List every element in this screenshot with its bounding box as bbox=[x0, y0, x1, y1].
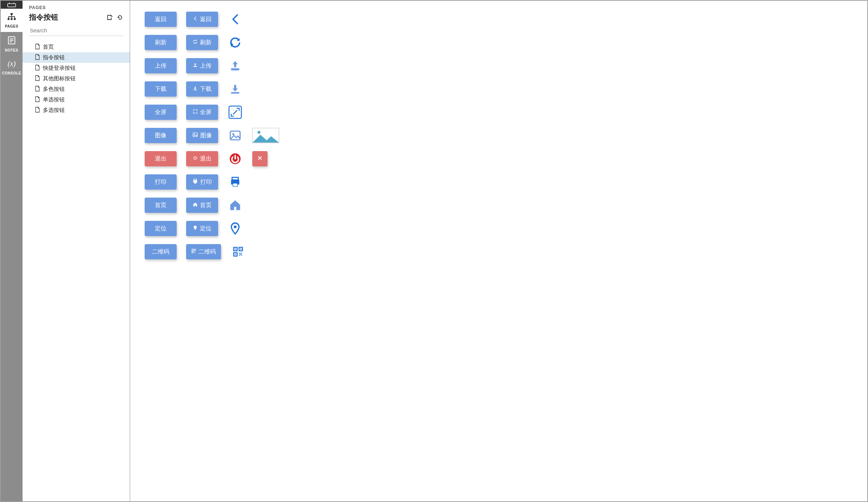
document-icon bbox=[35, 65, 40, 72]
locate-standalone-icon[interactable] bbox=[228, 221, 243, 236]
svg-rect-35 bbox=[195, 252, 196, 253]
sitemap-icon bbox=[7, 12, 17, 21]
svg-rect-22 bbox=[232, 177, 238, 180]
svg-point-18 bbox=[258, 131, 261, 134]
exit-standalone-icon[interactable] bbox=[228, 151, 243, 166]
exit-button[interactable]: 退出 bbox=[145, 151, 177, 166]
pin-icon bbox=[193, 225, 198, 232]
export-icon[interactable] bbox=[107, 14, 113, 21]
svg-rect-41 bbox=[240, 248, 241, 250]
back-icon-button[interactable]: 返回 bbox=[186, 12, 218, 27]
svg-rect-46 bbox=[241, 255, 242, 256]
image-standalone-icon[interactable] bbox=[228, 128, 243, 143]
upload-button[interactable]: 上传 bbox=[145, 58, 177, 73]
fullscreen-button[interactable]: 全屏 bbox=[145, 105, 177, 120]
image-button[interactable]: 图像 bbox=[145, 128, 177, 143]
image-icon-button[interactable]: 图像 bbox=[186, 128, 218, 143]
rail-label-notes: NOTES bbox=[5, 48, 19, 52]
qrcode-button[interactable]: 二维码 bbox=[145, 244, 177, 259]
svg-rect-47 bbox=[240, 254, 241, 255]
page-item-label: 指令按钮 bbox=[43, 54, 65, 61]
locate-icon-button[interactable]: 定位 bbox=[186, 221, 218, 236]
page-item-label: 多选按钮 bbox=[43, 107, 65, 114]
page-item-5[interactable]: 单选按钮 bbox=[23, 94, 130, 105]
locate-button[interactable]: 定位 bbox=[145, 221, 177, 236]
back-standalone-icon[interactable] bbox=[228, 12, 243, 27]
page-item-label: 单选按钮 bbox=[43, 96, 65, 103]
print-icon-button[interactable]: 打印 bbox=[186, 174, 218, 190]
home-standalone-icon[interactable] bbox=[228, 198, 243, 213]
image-placeholder[interactable] bbox=[252, 128, 279, 143]
home-icon bbox=[193, 202, 198, 209]
download-icon bbox=[193, 86, 198, 92]
row-download: 下载下载 bbox=[145, 81, 853, 97]
svg-point-24 bbox=[195, 227, 196, 228]
svg-rect-10 bbox=[231, 68, 240, 70]
svg-point-15 bbox=[194, 134, 194, 134]
refresh-standalone-icon[interactable] bbox=[228, 35, 243, 50]
page-item-label: 多色按钮 bbox=[43, 86, 65, 93]
page-item-0[interactable]: 首页 bbox=[23, 42, 130, 52]
rail-item-pages[interactable]: PAGES bbox=[1, 9, 23, 32]
print-button[interactable]: 打印 bbox=[145, 174, 177, 190]
page-item-2[interactable]: 快捷登录按钮 bbox=[23, 63, 130, 73]
button-label: 打印 bbox=[200, 178, 212, 186]
upload-icon bbox=[193, 62, 198, 69]
image-icon bbox=[192, 132, 198, 139]
left-rail: PAGES NOTES (x) CONSOLE bbox=[1, 1, 23, 501]
download-button[interactable]: 下载 bbox=[145, 81, 177, 97]
refresh-page-icon[interactable] bbox=[117, 14, 123, 21]
row-qrcode: 二维码二维码 bbox=[145, 244, 853, 259]
button-label: 二维码 bbox=[198, 248, 216, 256]
page-item-6[interactable]: 多选按钮 bbox=[23, 105, 130, 116]
page-item-3[interactable]: 其他图标按钮 bbox=[23, 73, 130, 84]
svg-rect-12 bbox=[231, 92, 240, 94]
close-icon bbox=[257, 155, 263, 162]
fullscreen-icon-button[interactable]: 全屏 bbox=[186, 105, 218, 120]
home-icon-button[interactable]: 首页 bbox=[186, 198, 218, 213]
svg-rect-2 bbox=[8, 18, 9, 20]
document-icon bbox=[35, 86, 40, 93]
page-title: 指令按钮 bbox=[29, 12, 58, 22]
fullscreen-standalone-icon[interactable] bbox=[228, 105, 243, 120]
row-home: 首页首页 bbox=[145, 198, 853, 213]
svg-rect-23 bbox=[233, 183, 237, 186]
rail-item-console[interactable]: (x) CONSOLE bbox=[1, 56, 23, 79]
svg-rect-21 bbox=[194, 182, 196, 183]
svg-rect-4 bbox=[14, 18, 16, 20]
page-item-label: 首页 bbox=[43, 44, 54, 50]
page-item-1[interactable]: 指令按钮 bbox=[23, 52, 130, 63]
button-label: 全屏 bbox=[200, 109, 212, 116]
button-label: 图像 bbox=[200, 132, 212, 139]
download-icon-button[interactable]: 下载 bbox=[186, 81, 218, 97]
refresh-icon-button[interactable]: 刷新 bbox=[186, 35, 218, 50]
svg-rect-40 bbox=[235, 248, 236, 250]
document-icon bbox=[35, 96, 40, 103]
button-label: 返回 bbox=[200, 16, 212, 23]
rail-label-console: CONSOLE bbox=[2, 71, 21, 75]
search-input[interactable] bbox=[29, 25, 123, 36]
refresh-button[interactable]: 刷新 bbox=[145, 35, 177, 50]
close-button[interactable] bbox=[252, 151, 268, 166]
home-button[interactable]: 首页 bbox=[145, 198, 177, 213]
svg-rect-32 bbox=[194, 251, 194, 252]
rail-item-notes[interactable]: NOTES bbox=[1, 32, 23, 56]
qrcode-standalone-icon[interactable] bbox=[230, 244, 246, 259]
upload-icon-button[interactable]: 上传 bbox=[186, 58, 218, 73]
back-button[interactable]: 返回 bbox=[145, 12, 177, 27]
svg-point-25 bbox=[234, 226, 237, 228]
download-standalone-icon[interactable] bbox=[228, 81, 243, 97]
svg-rect-0 bbox=[8, 4, 16, 7]
print-standalone-icon[interactable] bbox=[228, 174, 243, 190]
svg-point-17 bbox=[232, 133, 234, 135]
svg-rect-3 bbox=[11, 18, 13, 20]
svg-rect-1 bbox=[11, 13, 13, 15]
sidebar-section-label: PAGES bbox=[29, 5, 123, 10]
upload-standalone-icon[interactable] bbox=[228, 58, 243, 73]
fx-icon: (x) bbox=[1, 60, 23, 68]
chevron-left-icon bbox=[193, 16, 198, 23]
qrcode-icon-button[interactable]: 二维码 bbox=[186, 244, 221, 259]
page-item-4[interactable]: 多色按钮 bbox=[23, 84, 130, 94]
svg-rect-44 bbox=[241, 253, 242, 254]
exit-icon-button[interactable]: 退出 bbox=[186, 151, 218, 166]
